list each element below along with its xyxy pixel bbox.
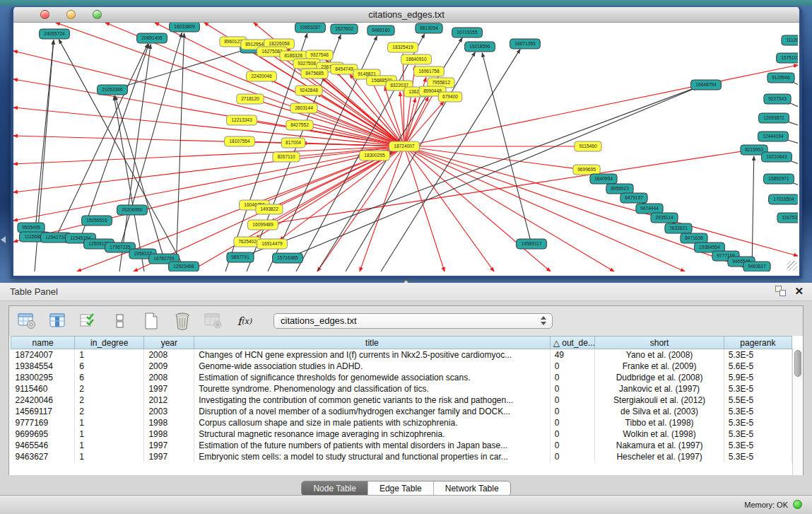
column-header-year[interactable]: year xyxy=(144,337,194,349)
table-cell[interactable]: 9777169 xyxy=(11,417,75,428)
table-cell[interactable]: 5.3E-5 xyxy=(724,417,792,428)
table-cell[interactable]: 9465546 xyxy=(11,440,75,451)
table-cell[interactable]: 14569117 xyxy=(11,406,75,417)
graph-node[interactable]: 15892971 xyxy=(764,174,794,184)
table-cell[interactable]: Changes of HCN gene expression and I(f) … xyxy=(194,349,550,361)
table-selector-dropdown[interactable]: citations_edges.txt xyxy=(273,313,553,329)
table-cell[interactable]: 1997 xyxy=(144,451,194,462)
network-canvas[interactable]: 2405572420691406160338091065328715276028… xyxy=(13,23,798,271)
graph-node[interactable]: 24055724 xyxy=(40,29,70,39)
table-cell[interactable]: 0 xyxy=(550,395,595,406)
create-column-icon[interactable] xyxy=(141,310,162,332)
graph-node[interactable]: 9474444 xyxy=(636,204,663,214)
table-cell[interactable]: 5.6E-5 xyxy=(724,361,792,372)
graph-node[interactable]: 9227343 xyxy=(764,94,791,104)
graph-node[interactable]: 8471636 xyxy=(681,233,707,243)
collapse-west-panel-icon[interactable] xyxy=(1,236,6,243)
graph-node[interactable]: 16033809 xyxy=(170,23,200,32)
table-cell[interactable]: 5.3E-5 xyxy=(724,451,792,462)
table-cell[interactable]: Tourette syndrome. Phenomenology and cla… xyxy=(194,383,550,395)
graph-node[interactable]: 8958923 xyxy=(606,184,633,194)
graph-node[interactable]: 679400 xyxy=(438,92,462,102)
graph-node[interactable]: 9699695 xyxy=(573,165,600,175)
table-cell[interactable]: 1 xyxy=(75,417,144,428)
tab-edge-table[interactable]: Edge Table xyxy=(368,481,434,496)
column-header-in_degree[interactable]: in_degree xyxy=(75,337,144,349)
table-cell[interactable]: 1 xyxy=(75,349,144,361)
table-cell[interactable]: 0 xyxy=(550,451,595,462)
table-cell[interactable]: Corpus callosum shape and size in male p… xyxy=(194,417,550,428)
table-cell[interactable]: 1 xyxy=(75,451,144,462)
table-cell[interactable]: 1 xyxy=(75,440,144,451)
graph-node[interactable]: 15716485 xyxy=(273,253,303,263)
table-row[interactable]: 1872400712008Changes of HCN gene express… xyxy=(11,349,792,361)
table-cell[interactable]: 2 xyxy=(75,395,144,406)
table-cell[interactable]: Investigating the contribution of common… xyxy=(194,395,550,406)
table-cell[interactable]: 0 xyxy=(550,406,595,417)
graph-node[interactable]: 16671355 xyxy=(510,39,541,49)
column-header-title[interactable]: title xyxy=(194,337,550,349)
table-cell[interactable]: 2008 xyxy=(144,349,194,361)
table-cell[interactable]: 9115460 xyxy=(11,383,75,395)
graph-node[interactable]: 7632621 xyxy=(665,223,692,233)
table-row[interactable]: 1938455462009Genome-wide association stu… xyxy=(11,361,792,372)
table-cell[interactable]: 1998 xyxy=(144,417,194,428)
table-cell[interactable]: 0 xyxy=(550,372,595,383)
graph-node[interactable]: 18724007 xyxy=(389,141,420,151)
table-cell[interactable]: 2 xyxy=(75,383,144,395)
table-cell[interactable]: 2008 xyxy=(144,372,194,383)
table-cell[interactable]: 5.3E-5 xyxy=(724,383,792,395)
graph-node[interactable]: 2935114 xyxy=(651,213,678,223)
table-cell[interactable]: Estimation of significance thresholds fo… xyxy=(194,372,550,383)
table-cell[interactable]: 5.5E-5 xyxy=(724,395,792,406)
table-cell[interactable]: Genome-wide association studies in ADHD. xyxy=(194,361,550,372)
graph-node[interactable]: 15059516 xyxy=(82,216,112,226)
column-header-out_de[interactable]: △ out_de... xyxy=(550,337,595,349)
table-cell[interactable]: 5.3E-5 xyxy=(724,349,792,361)
table-cell[interactable]: de Silva et al. (2003) xyxy=(595,406,724,417)
table-cell[interactable]: Wolkin et al. (1998) xyxy=(595,428,724,440)
graph-node[interactable]: 8475685 xyxy=(301,69,328,78)
graph-node[interactable]: 14569117 xyxy=(517,239,547,249)
table-cell[interactable]: Tibbo et al. (1998) xyxy=(595,417,724,428)
table-cell[interactable]: 6 xyxy=(75,361,144,372)
close-icon[interactable]: ✕ xyxy=(794,286,804,296)
graph-node[interactable]: 16648794 xyxy=(691,80,722,90)
table-scrollbar[interactable] xyxy=(792,349,803,475)
graph-node[interactable]: 8466160 xyxy=(367,25,394,35)
graph-node[interactable]: 19218596 xyxy=(465,42,495,52)
graph-node[interactable]: 1527602 xyxy=(331,24,358,34)
table-cell[interactable]: Yano et al. (2008) xyxy=(595,349,724,361)
table-cell[interactable]: 2003 xyxy=(144,406,194,417)
graph-node[interactable]: 12923468 xyxy=(169,262,199,271)
table-cell[interactable]: 22420046 xyxy=(11,395,75,406)
table-cell[interactable]: 5.9E-5 xyxy=(724,372,792,383)
table-row[interactable]: 1830029562008Estimation of significance … xyxy=(11,372,792,383)
graph-node[interactable]: 9115460 xyxy=(575,141,601,151)
node-table-viewport[interactable]: namein_degreeyeartitle△ out_de...shortpa… xyxy=(9,336,803,475)
float-window-icon[interactable] xyxy=(775,286,786,296)
graph-node[interactable]: 26206950 xyxy=(117,205,148,215)
table-cell[interactable]: 2009 xyxy=(144,361,194,372)
table-cell[interactable]: 5.3E-5 xyxy=(724,406,792,417)
table-cell[interactable]: 6 xyxy=(75,372,144,383)
table-settings-icon[interactable] xyxy=(16,310,37,332)
table-cell[interactable]: 5.3E-5 xyxy=(724,428,792,440)
graph-nodes[interactable]: 2405572420691406160338091065328715276028… xyxy=(18,23,798,271)
table-cell[interactable]: 0 xyxy=(550,361,595,372)
column-header-pagerank[interactable]: pagerank xyxy=(724,337,792,349)
table-cell[interactable]: Disruption of a novel member of a sodium… xyxy=(194,406,550,417)
graph-node[interactable]: 17016504 xyxy=(769,194,798,204)
graph-node[interactable]: 1167533 xyxy=(777,213,798,223)
graph-node[interactable]: 8267110 xyxy=(273,152,300,162)
graph-node[interactable]: 16961758 xyxy=(414,66,445,76)
graph-node[interactable]: 12093872 xyxy=(759,113,789,123)
table-cell[interactable]: 5.3E-5 xyxy=(724,440,792,451)
table-cell[interactable]: 18300295 xyxy=(11,372,75,383)
tab-node-table[interactable]: Node Table xyxy=(302,481,368,496)
graph-node[interactable]: 16914479 xyxy=(257,239,288,249)
graph-node[interactable]: 8813054 xyxy=(416,23,442,33)
graph-node[interactable]: 9242848 xyxy=(295,86,322,95)
table-cell[interactable]: 18724007 xyxy=(11,349,75,361)
table-cell[interactable]: Jankovic et al. (1997) xyxy=(595,383,724,395)
